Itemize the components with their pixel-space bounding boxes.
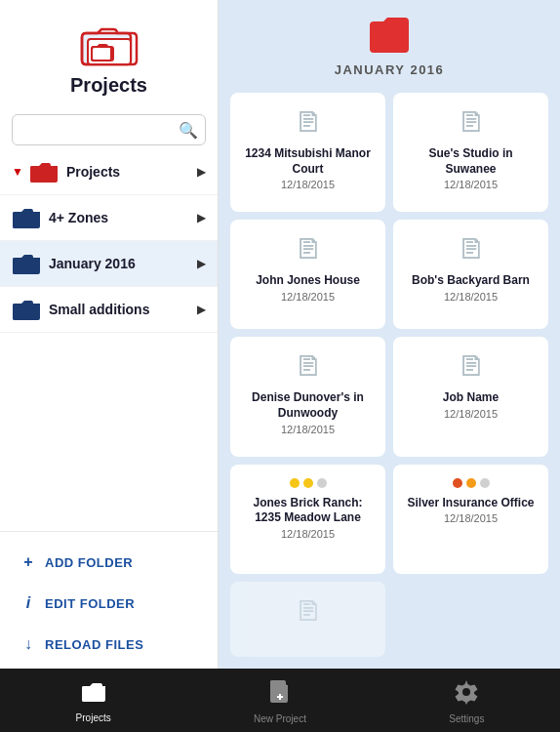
tab-projects[interactable]: Projects [0, 669, 186, 732]
grid-item-jones-brick[interactable]: Jones Brick Ranch: 1235 Meadow Lane 12/1… [230, 465, 385, 574]
sidebar-nav: ▼ Projects ▶ 4+ Zones ▶ [0, 149, 218, 531]
file-date-2: 12/18/2015 [444, 179, 498, 190]
grid-item-job-name[interactable]: 🖹 Job Name 12/18/2015 [393, 337, 548, 456]
file-name-3: John Jones House [256, 273, 360, 289]
folder-header-icon [368, 16, 411, 59]
file-date-5: 12/18/2015 [281, 424, 335, 435]
sidebar-item-jan2016[interactable]: January 2016 ▶ [0, 241, 218, 287]
edit-icon: i [20, 594, 37, 612]
projects-nav-label: Projects [66, 164, 197, 180]
grid-item-sues-studio[interactable]: 🖹 Sue's Studio in Suwanee 12/18/2015 [393, 93, 548, 212]
jan2016-nav-arrow-icon: ▶ [197, 257, 206, 270]
4zones-nav-icon [12, 205, 41, 230]
tab-settings[interactable]: Settings [374, 669, 560, 732]
projects-nav-arrow-icon: ▶ [197, 165, 206, 179]
sidebar-actions: + ADD FOLDER i EDIT FOLDER ↓ RELOAD FILE… [0, 531, 218, 669]
tab-settings-icon [454, 679, 479, 711]
tab-new-project-label: New Project [254, 713, 306, 724]
file-date-4: 12/18/2015 [444, 291, 498, 303]
reload-files-label: RELOAD FILES [45, 637, 143, 652]
dot-1 [290, 478, 300, 488]
dot-2 [466, 478, 476, 488]
reload-files-button[interactable]: ↓ RELOAD FILES [0, 624, 218, 665]
sidebar-item-4zones[interactable]: 4+ Zones ▶ [0, 195, 218, 241]
file-icon-3: 🖹 [295, 233, 322, 265]
file-icon-2: 🖹 [458, 106, 485, 139]
file-name-7: Jones Brick Ranch: 1235 Meadow Lane [240, 496, 376, 526]
sidebar-item-smalladd[interactable]: Small additions ▶ [0, 287, 218, 333]
tab-projects-icon [81, 680, 106, 710]
4zones-nav-arrow-icon: ▶ [197, 211, 206, 224]
file-name-5: Denise Dunover's in Dunwoody [240, 390, 376, 421]
reload-icon: ↓ [20, 635, 37, 653]
file-icon-5: 🖹 [295, 350, 322, 383]
sidebar-item-projects[interactable]: ▼ Projects ▶ [0, 149, 218, 195]
4zones-nav-label: 4+ Zones [49, 210, 197, 225]
search-icon: 🔍 [179, 121, 198, 140]
file-icon-1: 🖹 [295, 106, 322, 139]
search-input[interactable] [12, 114, 206, 145]
status-dots-7 [290, 478, 327, 488]
grid-container: 🖹 1234 Mitsubishi Manor Court 12/18/2015… [219, 87, 560, 669]
file-icon-9: 🖹 [295, 595, 322, 628]
tab-projects-label: Projects [76, 712, 111, 723]
dropdown-arrow-icon: ▼ [12, 165, 23, 179]
grid-item-partial[interactable]: 🖹 [230, 582, 385, 657]
folder-header: JANUARY 2016 [219, 0, 560, 87]
dot-3 [480, 478, 490, 488]
grid-item-john-jones[interactable]: 🖹 John Jones House 12/18/2015 [230, 220, 385, 329]
file-date-8: 12/18/2015 [444, 512, 498, 524]
tab-new-project-icon [269, 679, 291, 711]
edit-folder-button[interactable]: i EDIT FOLDER [0, 583, 218, 624]
jan2016-nav-label: January 2016 [49, 256, 197, 271]
projects-nav-icon [29, 159, 59, 184]
file-date-7: 12/18/2015 [281, 528, 335, 540]
jan2016-nav-icon [12, 251, 41, 276]
file-name-8: Silver Insurance Office [407, 496, 534, 511]
file-name-1: 1234 Mitsubishi Manor Court [240, 146, 376, 177]
file-name-6: Job Name [443, 390, 499, 406]
add-folder-button[interactable]: + ADD FOLDER [0, 542, 218, 583]
grid-item-denise-dunover[interactable]: 🖹 Denise Dunover's in Dunwoody 12/18/201… [230, 337, 385, 456]
sidebar: Projects 🔍 ▼ Projects ▶ [0, 0, 219, 669]
smalladd-nav-icon [12, 297, 41, 322]
file-icon-6: 🖹 [458, 350, 485, 383]
dot-3 [317, 478, 327, 488]
file-date-1: 12/18/2015 [281, 179, 335, 190]
file-date-3: 12/18/2015 [281, 291, 335, 303]
file-name-4: Bob's Backyard Barn [412, 273, 530, 289]
sidebar-header: Projects [0, 0, 218, 106]
dot-2 [303, 478, 313, 488]
grid-item-bobs-barn[interactable]: 🖹 Bob's Backyard Barn 12/18/2015 [393, 220, 548, 329]
tab-settings-label: Settings [449, 713, 484, 724]
tab-new-project[interactable]: New Project [186, 669, 373, 732]
smalladd-nav-label: Small additions [49, 302, 197, 317]
grid-item-silver-insurance[interactable]: Silver Insurance Office 12/18/2015 [393, 465, 548, 574]
folder-header-title: JANUARY 2016 [335, 62, 445, 77]
tab-bar: Projects New Project Settings [0, 669, 560, 732]
sidebar-title: Projects [70, 74, 147, 97]
file-date-6: 12/18/2015 [444, 408, 498, 420]
file-name-2: Sue's Studio in Suwanee [403, 146, 539, 177]
file-icon-4: 🖹 [458, 233, 485, 265]
add-icon: + [20, 553, 37, 571]
grid-item-1234mitsubishi[interactable]: 🖹 1234 Mitsubishi Manor Court 12/18/2015 [230, 93, 385, 212]
search-bar: 🔍 [12, 114, 206, 145]
smalladd-nav-arrow-icon: ▶ [197, 303, 206, 316]
main-content: JANUARY 2016 🖹 1234 Mitsubishi Manor Cou… [219, 0, 560, 669]
app-container: Projects 🔍 ▼ Projects ▶ [0, 0, 560, 669]
dot-1 [453, 478, 462, 488]
status-dots-8 [453, 478, 490, 488]
edit-folder-label: EDIT FOLDER [45, 596, 135, 611]
add-folder-label: ADD FOLDER [45, 555, 133, 570]
svg-point-12 [462, 688, 470, 696]
projects-folder-icon [80, 20, 139, 68]
